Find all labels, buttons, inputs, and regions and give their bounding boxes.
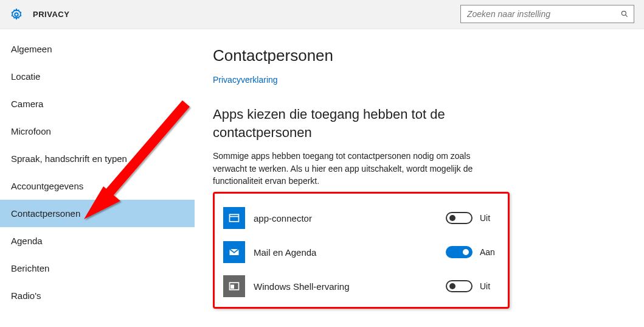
mail-icon — [223, 241, 245, 263]
toggle-state-label: Uit — [480, 281, 499, 291]
sidebar-item-locatie[interactable]: Locatie — [0, 63, 195, 90]
sidebar-item-accountgegevens[interactable]: Accountgegevens — [0, 172, 195, 200]
app-connector-icon — [223, 207, 245, 229]
svg-line-2 — [625, 15, 627, 16]
header: PRIVACY — [0, 0, 644, 29]
sidebar-item-radios[interactable]: Radio's — [0, 282, 195, 309]
app-row-app-connector: app-connector Uit — [223, 207, 499, 229]
toggle-shell[interactable] — [446, 280, 473, 292]
toggle-state-label: Uit — [480, 213, 499, 223]
app-row-shell: Windows Shell-ervaring Uit — [223, 275, 499, 297]
toggle-mail-agenda[interactable] — [446, 246, 473, 258]
sidebar-item-microfoon[interactable]: Microfoon — [0, 118, 195, 145]
app-label: Mail en Agenda — [254, 247, 446, 258]
svg-rect-7 — [231, 286, 234, 289]
gear-icon — [10, 8, 23, 21]
section-heading: Apps kiezen die toegang hebben tot de co… — [213, 105, 480, 141]
app-label: Windows Shell-ervaring — [254, 281, 446, 292]
app-access-highlight: app-connector Uit Mail en Agenda Aan — [213, 192, 510, 309]
app-row-mail-agenda: Mail en Agenda Aan — [223, 241, 499, 263]
page-title: Contactpersonen — [213, 46, 644, 65]
sidebar-item-berichten[interactable]: Berichten — [0, 255, 195, 282]
sidebar-item-algemeen[interactable]: Algemeen — [0, 35, 195, 63]
shell-icon — [223, 275, 245, 297]
sidebar: Algemeen Locatie Camera Microfoon Spraak… — [0, 29, 195, 327]
section-description: Sommige apps hebben toegang tot contactp… — [213, 150, 480, 187]
page-category-title: PRIVACY — [33, 10, 69, 19]
search-input[interactable] — [466, 9, 620, 19]
sidebar-item-spraak[interactable]: Spraak, handschrift en typen — [0, 145, 195, 172]
search-icon — [620, 10, 629, 18]
svg-rect-3 — [230, 214, 239, 222]
svg-point-0 — [15, 13, 18, 16]
svg-point-1 — [621, 11, 626, 15]
app-label: app-connector — [254, 213, 446, 223]
toggle-app-connector[interactable] — [446, 212, 473, 224]
search-box[interactable] — [460, 5, 634, 23]
privacy-statement-link[interactable]: Privacyverklaring — [213, 75, 278, 85]
toggle-state-label: Aan — [480, 247, 499, 257]
main-panel: Contactpersonen Privacyverklaring Apps k… — [195, 29, 644, 327]
sidebar-item-contactpersonen[interactable]: Contactpersonen — [0, 200, 195, 227]
sidebar-item-agenda[interactable]: Agenda — [0, 227, 195, 255]
sidebar-item-camera[interactable]: Camera — [0, 90, 195, 118]
